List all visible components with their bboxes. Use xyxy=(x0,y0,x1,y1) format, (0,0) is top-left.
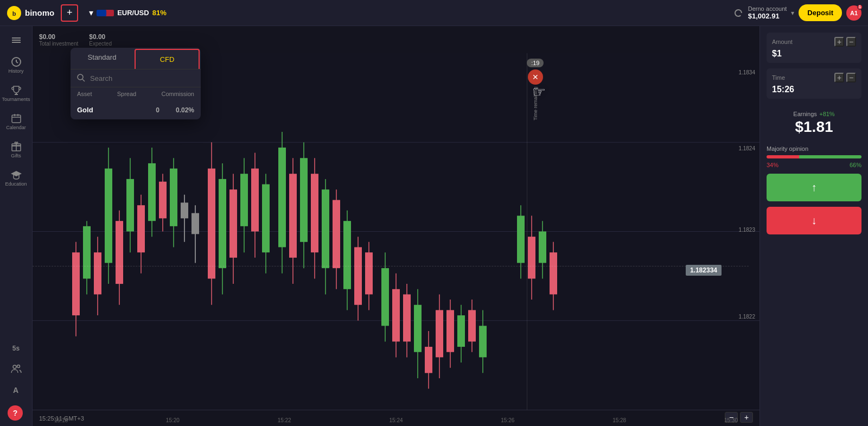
majority-bar xyxy=(767,155,861,158)
price-level-1: 1.1834 xyxy=(738,69,755,75)
amount-value[interactable]: $1 xyxy=(772,49,856,59)
buy-down-button[interactable]: ↓ xyxy=(767,207,861,234)
asset-spread: 0 xyxy=(156,106,159,114)
sidebar-item-education[interactable]: Education xyxy=(0,165,32,191)
sidebar-item-menu[interactable] xyxy=(0,30,32,50)
svg-rect-60 xyxy=(251,169,259,232)
svg-rect-50 xyxy=(192,213,199,234)
earnings-amount: $1.81 xyxy=(767,118,861,136)
add-tab-button[interactable]: + xyxy=(61,4,78,22)
time-buttons: + − xyxy=(834,73,856,82)
price-level-4: 1.1822 xyxy=(738,314,755,320)
account-details: Derno account $1,002.91 xyxy=(748,5,787,20)
eur-flag xyxy=(97,10,106,16)
time-remaining-marker: :19 ✕ Time remaining xyxy=(527,59,544,120)
col-asset: Asset xyxy=(77,91,92,97)
svg-rect-3 xyxy=(12,40,21,41)
svg-rect-74 xyxy=(333,200,340,269)
dashed-price-line xyxy=(33,266,749,266)
svg-rect-64 xyxy=(278,148,286,247)
right-panel: Amount + − $1 Time + − 15:26 Earning xyxy=(760,26,868,426)
time-label-5: 15:28 xyxy=(612,417,626,423)
asset-name: EUR/USD xyxy=(117,9,149,17)
time-increase-button[interactable]: + xyxy=(834,73,844,82)
svg-rect-84 xyxy=(392,289,400,342)
main-layout: History Tournaments Calendar xyxy=(0,26,868,426)
majority-pct-green: 66% xyxy=(850,162,861,168)
svg-point-22 xyxy=(78,74,83,80)
tab-cfd[interactable]: CFD xyxy=(135,49,200,69)
tab-standard[interactable]: Standard xyxy=(71,48,133,69)
amount-increase-button[interactable]: + xyxy=(834,37,844,47)
account-label: Derno account xyxy=(748,5,787,12)
col-spread: Spread xyxy=(117,91,136,97)
earnings-section: Earnings +81% $1.81 xyxy=(767,104,861,140)
svg-text:b: b xyxy=(12,10,16,17)
svg-rect-52 xyxy=(208,169,215,279)
svg-rect-58 xyxy=(240,174,248,226)
total-investment: $0.00 Total investment xyxy=(39,33,78,47)
time-decrease-button[interactable]: − xyxy=(846,73,856,82)
asset-dropdown: Standard CFD Asset Spread Commission Gol… xyxy=(71,48,201,119)
svg-rect-62 xyxy=(262,185,270,253)
avatar[interactable]: A1 1 xyxy=(846,5,861,21)
asset-item-gold[interactable]: Gold 0 0.02% xyxy=(71,100,201,119)
current-price-label: 1.182334 xyxy=(686,265,722,276)
logo-text: binomo xyxy=(25,8,54,17)
svg-rect-44 xyxy=(159,182,167,219)
expected-value: $0.00 xyxy=(89,33,112,41)
amount-decrease-button[interactable]: − xyxy=(846,37,856,47)
sidebar-item-indicators[interactable] xyxy=(0,359,32,378)
svg-rect-86 xyxy=(403,294,411,341)
clock-icon xyxy=(11,56,22,67)
deposit-button[interactable]: Deposit xyxy=(799,4,842,21)
svg-rect-56 xyxy=(229,189,237,258)
sidebar-item-gifts[interactable]: Gifts xyxy=(0,137,32,163)
buy-up-button[interactable]: ↑ xyxy=(767,174,861,201)
asset-pct: 81% xyxy=(152,9,167,17)
svg-rect-100 xyxy=(479,326,487,357)
col-commission: Commission xyxy=(161,91,194,97)
dropdown-column-headers: Asset Spread Commission xyxy=(71,87,201,100)
svg-rect-2 xyxy=(12,37,21,39)
sidebar-label-history: History xyxy=(8,68,23,74)
time-label: Time xyxy=(772,74,785,81)
close-trade-button[interactable]: ✕ xyxy=(528,69,543,85)
majority-bar-red xyxy=(767,155,799,158)
time-value[interactable]: 15:26 xyxy=(772,85,856,94)
time-field: Time + − 15:26 xyxy=(767,68,861,99)
total-investment-value: $0.00 xyxy=(39,33,78,41)
asset-selector[interactable]: ▾ EUR/USD 81% xyxy=(85,5,171,20)
search-input[interactable] xyxy=(90,74,194,82)
sidebar: History Tournaments Calendar xyxy=(0,26,33,426)
svg-rect-108 xyxy=(550,252,557,294)
chevron-icon: ▾ xyxy=(89,8,93,18)
sidebar-item-history[interactable]: History xyxy=(0,52,32,78)
amount-field-header: Amount + − xyxy=(772,37,856,47)
menu-icon xyxy=(11,35,22,46)
svg-rect-104 xyxy=(528,237,535,278)
sidebar-item-timeframe[interactable]: 5s xyxy=(0,340,32,357)
time-badge: :19 xyxy=(527,59,544,67)
svg-rect-92 xyxy=(436,310,443,357)
refresh-icon xyxy=(733,8,744,18)
time-label-4: 15:26 xyxy=(501,417,514,423)
svg-rect-80 xyxy=(365,252,373,294)
majority-label: Majority opinion xyxy=(767,145,861,152)
svg-rect-98 xyxy=(468,310,476,341)
graduation-icon xyxy=(11,169,22,180)
sidebar-item-text[interactable]: A xyxy=(0,380,32,400)
down-arrow-icon: ↓ xyxy=(812,214,817,227)
svg-rect-76 xyxy=(343,221,351,289)
help-button[interactable]: ? xyxy=(8,405,23,421)
dropdown-tabs: Standard CFD xyxy=(71,48,201,69)
search-icon xyxy=(77,74,86,82)
logo-icon: b xyxy=(7,5,22,21)
sidebar-item-calendar[interactable]: Calendar xyxy=(0,109,32,135)
total-investment-label: Total investment xyxy=(39,41,78,47)
svg-line-23 xyxy=(82,79,85,81)
trophy-icon xyxy=(11,85,22,96)
sidebar-item-tournaments[interactable]: Tournaments xyxy=(0,80,32,106)
svg-point-19 xyxy=(17,365,20,368)
account-chevron: ▾ xyxy=(791,9,794,17)
